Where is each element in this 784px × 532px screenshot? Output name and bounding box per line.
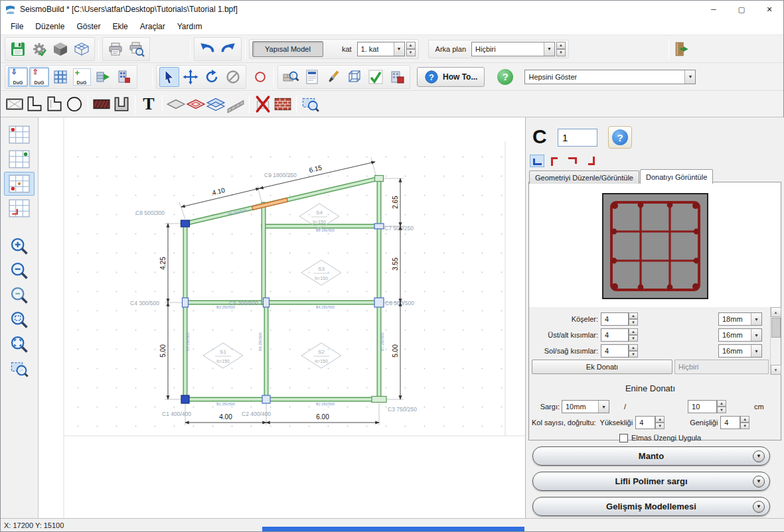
section-number-input[interactable]: [558, 129, 597, 147]
menu-edit[interactable]: Düzenle: [29, 19, 70, 34]
tab-geometry[interactable]: Geometriyi Düzenle/Görüntüle: [529, 170, 639, 184]
legs-width-spinner[interactable]: 4 ▲▼: [720, 416, 749, 429]
spin-down-icon[interactable]: ▼: [655, 423, 665, 429]
scrollbar-thumb[interactable]: [771, 318, 781, 338]
chevron-down-icon[interactable]: ▼: [544, 42, 554, 56]
drawing-canvas[interactable]: S4h=150S3h=150S1h=150S2h=150C8 500/300C9…: [39, 117, 525, 519]
menu-view[interactable]: Göster: [70, 19, 106, 34]
chevron-down-icon[interactable]: ▼: [751, 345, 761, 357]
corner-orientation-2[interactable]: [548, 155, 562, 167]
menu-help[interactable]: Yardım: [171, 19, 208, 34]
left-right-count-spinner[interactable]: 4 ▲▼: [601, 344, 638, 358]
spinner-buttons[interactable]: ▲▼: [629, 312, 638, 326]
zoom-region-button[interactable]: [300, 94, 320, 114]
structural-model-button[interactable]: Yapısal Model: [252, 41, 323, 57]
spin-up-icon[interactable]: ▲: [655, 416, 665, 423]
3d-model-button[interactable]: [50, 39, 70, 59]
help-button[interactable]: ?: [495, 67, 515, 87]
expand-down-icon[interactable]: ▼: [753, 476, 765, 488]
spin-up-icon[interactable]: ▲: [629, 328, 638, 335]
undo-button[interactable]: [197, 39, 217, 59]
corners-size-combo[interactable]: 18mm ▼: [718, 312, 762, 326]
spin-down-icon[interactable]: ▼: [629, 351, 638, 358]
wall-section-button[interactable]: [92, 94, 112, 114]
red-circle-button[interactable]: [250, 67, 270, 87]
story-combo[interactable]: 1. kat ▼: [357, 42, 405, 56]
panel-scrollbar[interactable]: ▲ ▼: [770, 307, 781, 375]
spin-up-icon[interactable]: ▲: [629, 312, 638, 319]
spin-up-icon[interactable]: ▲: [406, 42, 416, 49]
tab-reinforcement[interactable]: Donatıyı Görüntüle: [640, 169, 713, 184]
how-to-button[interactable]: ? How To...: [417, 67, 485, 87]
spin-down-icon[interactable]: ▼: [629, 319, 638, 326]
paint-button[interactable]: [323, 67, 343, 87]
spinner-buttons[interactable]: ▲▼: [740, 416, 749, 429]
print-preview-button[interactable]: [127, 39, 147, 59]
chevron-down-icon[interactable]: ▼: [598, 401, 609, 413]
story-export-button[interactable]: [93, 67, 113, 87]
extra-reinforcement-button[interactable]: Ek Donatı: [532, 360, 672, 374]
exit-button[interactable]: [672, 39, 692, 59]
corner-orientation-3[interactable]: [566, 155, 580, 167]
spinner-buttons[interactable]: ▲▼: [655, 416, 665, 429]
expand-down-icon[interactable]: ▼: [753, 450, 765, 462]
menu-tools[interactable]: Araçlar: [134, 19, 171, 34]
spin-down-icon[interactable]: ▼: [717, 407, 726, 413]
slab-opening-button[interactable]: [186, 94, 206, 114]
spinner-buttons[interactable]: ▲▼: [629, 328, 638, 342]
save-button[interactable]: [8, 39, 28, 59]
legs-height-spinner[interactable]: 4 ▲▼: [635, 416, 665, 429]
pointer-tool-button[interactable]: [159, 67, 179, 87]
spin-down-icon[interactable]: ▼: [556, 49, 566, 56]
floor-view-2-button[interactable]: [4, 147, 35, 171]
dug-down-button[interactable]: ⇩ DuG: [8, 67, 28, 87]
print-button[interactable]: [106, 39, 125, 59]
scroll-up-icon[interactable]: ▲: [771, 307, 781, 317]
left-right-size-combo[interactable]: 16mm ▼: [718, 344, 762, 358]
expand-down-icon[interactable]: ▼: [753, 501, 765, 513]
chevron-down-icon[interactable]: ▼: [684, 70, 695, 84]
rect-section-button[interactable]: [5, 94, 25, 114]
disable-tool-button[interactable]: [223, 67, 243, 87]
spin-up-icon[interactable]: ▲: [556, 42, 566, 49]
slab-button[interactable]: [166, 94, 186, 114]
grid-model-button[interactable]: [72, 39, 92, 59]
report-button[interactable]: [302, 67, 322, 87]
maximize-button[interactable]: ▢: [728, 1, 755, 18]
background-spinner[interactable]: ▲▼: [556, 42, 566, 56]
dug-up-button[interactable]: ⇧ DuG: [29, 67, 49, 87]
story-assign-button[interactable]: [114, 67, 134, 87]
menu-insert[interactable]: Ekle: [106, 19, 133, 34]
stirrup-spacing-spinner[interactable]: 10 ▲▼: [688, 400, 726, 413]
spin-up-icon[interactable]: ▲: [717, 400, 726, 407]
floor-view-3-button[interactable]: [4, 172, 35, 196]
chevron-down-icon[interactable]: ▼: [751, 313, 761, 325]
advanced-modelling-button[interactable]: Gelişmiş Modellemesi ▼: [532, 497, 770, 516]
zoom-previous-button[interactable]: [4, 283, 35, 307]
story-spinner[interactable]: ▲▼: [406, 42, 416, 56]
chevron-down-icon[interactable]: ▼: [394, 42, 404, 56]
rotate-tool-button[interactable]: [202, 67, 222, 87]
stirrup-diameter-combo[interactable]: 10mm ▼: [562, 400, 609, 413]
building-check-button[interactable]: [387, 67, 407, 87]
corner-orientation-4[interactable]: [584, 155, 598, 167]
filter-combo[interactable]: Hepsini Göster ▼: [524, 70, 696, 84]
zoom-selection-button[interactable]: [4, 357, 35, 381]
spinner-buttons[interactable]: ▲▼: [717, 400, 726, 413]
zoom-extents-button[interactable]: [4, 332, 35, 356]
close-button[interactable]: ✕: [755, 1, 783, 18]
dug-add-button[interactable]: + DuG: [72, 67, 92, 87]
spin-down-icon[interactable]: ▼: [406, 49, 416, 56]
minimize-button[interactable]: ─: [700, 1, 728, 18]
t-section-button[interactable]: T: [139, 94, 159, 114]
scroll-down-icon[interactable]: ▼: [771, 365, 781, 375]
corner-orientation-1[interactable]: [530, 155, 544, 167]
u-wall-section-button[interactable]: [112, 94, 131, 114]
chevron-down-icon[interactable]: ▼: [751, 329, 761, 341]
delete-element-button[interactable]: [253, 94, 273, 114]
top-bottom-count-spinner[interactable]: 4 ▲▼: [601, 328, 638, 342]
ramp-button[interactable]: [226, 94, 246, 114]
spinner-buttons[interactable]: ▲▼: [629, 344, 638, 358]
move-tool-button[interactable]: [181, 67, 200, 87]
zoom-window-button[interactable]: [4, 308, 35, 332]
